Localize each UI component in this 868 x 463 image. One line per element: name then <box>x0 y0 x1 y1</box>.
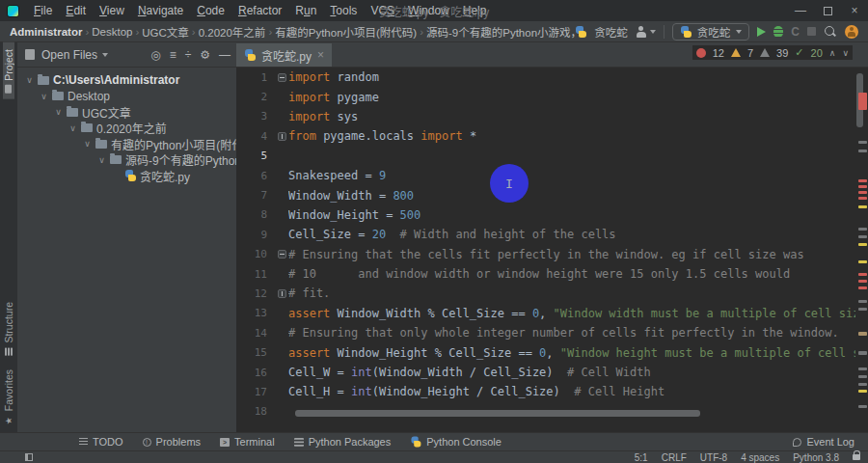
inspections-widget[interactable]: 12 7 39 ✓ 20 ∧ ∨ <box>692 45 853 60</box>
tool-window-button-favorites[interactable]: ★Favorites <box>3 363 14 432</box>
code-line[interactable]: 1import random <box>236 68 868 87</box>
stripe-mark[interactable] <box>858 197 867 200</box>
tree-row[interactable]: ∨Desktop <box>17 89 236 105</box>
stripe-mark[interactable] <box>858 191 867 194</box>
code-line[interactable]: 6Snakespeed = 9 <box>236 166 868 185</box>
breadcrumb-item[interactable]: UGC文章 <box>142 24 189 40</box>
code-line[interactable]: 12# fit. <box>236 284 868 303</box>
debug-button[interactable] <box>773 26 783 38</box>
stripe-mark[interactable] <box>858 205 867 208</box>
maximize-button[interactable] <box>814 0 841 21</box>
coverage-button[interactable]: C <box>791 26 800 38</box>
python-interpreter[interactable]: Python 3.8 <box>793 452 839 463</box>
user-switcher[interactable] <box>636 26 656 38</box>
code-line[interactable]: 14# Ensuring that only whole integer num… <box>236 323 868 342</box>
breadcrumb-file[interactable]: 贪吃蛇 <box>594 24 628 40</box>
stripe-mark[interactable] <box>858 375 867 378</box>
breadcrumb-item[interactable]: 有趣的Python小项目(附代码) <box>275 24 417 40</box>
breadcrumb-item[interactable]: Desktop <box>92 26 132 38</box>
fold-marker-icon[interactable] <box>278 73 286 82</box>
chevron-expanded-icon[interactable]: ∨ <box>83 139 92 149</box>
menu-navigate[interactable]: Navigate <box>131 0 190 21</box>
code-line[interactable]: 7Window_Width = 800 <box>236 185 868 204</box>
run-configuration-select[interactable]: 贪吃蛇 <box>672 23 750 41</box>
breadcrumb-item[interactable]: Administrator <box>10 26 82 38</box>
tool-window-button-problems[interactable]: !Problems <box>143 436 201 448</box>
event-log-button[interactable]: Event Log <box>793 436 868 448</box>
menu-tools[interactable]: Tools <box>323 0 364 21</box>
tree-row[interactable]: ∨UGC文章 <box>17 104 236 121</box>
code-line[interactable]: 13assert Window_Width % Cell_Size == 0, … <box>236 304 868 323</box>
tool-window-button-project[interactable]: Project <box>3 42 14 99</box>
code-line[interactable]: 16Cell_W = int(Window_Width / Cell_Size)… <box>236 363 868 382</box>
chevron-expanded-icon[interactable]: ∨ <box>25 75 34 85</box>
code-line[interactable]: 15assert Window_Height % Cell_Size == 0,… <box>236 342 868 362</box>
close-button[interactable]: × <box>841 0 868 21</box>
locate-file-icon[interactable]: ◎ <box>150 48 160 62</box>
code-line[interactable]: 2import pygame <box>236 87 868 106</box>
menu-run[interactable]: Run <box>288 0 323 21</box>
minimize-button[interactable]: — <box>787 0 814 21</box>
fold-marker-icon[interactable] <box>278 289 286 298</box>
chevron-expanded-icon[interactable]: ∨ <box>68 123 77 133</box>
tool-window-button-todo[interactable]: TODO <box>79 436 123 448</box>
stripe-mark[interactable] <box>858 383 867 386</box>
lock-icon[interactable] <box>853 454 860 460</box>
run-button[interactable] <box>757 27 766 37</box>
code-editor[interactable]: 1import random2import pygame3import sys4… <box>236 68 868 432</box>
tool-window-button-python-console[interactable]: Python Console <box>410 436 502 448</box>
tree-row[interactable]: ∨C:\Users\Administrator <box>17 72 236 89</box>
stripe-mark[interactable] <box>858 93 867 110</box>
tree-row[interactable]: ∨源码-9个有趣的Python小游 <box>17 152 236 169</box>
tool-window-button-python-packages[interactable]: Python Packages <box>294 436 392 448</box>
menu-file[interactable]: File <box>27 0 59 21</box>
tab-snake-file[interactable]: 贪吃蛇.py × <box>236 43 332 67</box>
collapse-all-icon[interactable]: ÷ <box>185 48 192 62</box>
chevron-expanded-icon[interactable]: ∨ <box>54 107 63 117</box>
close-tab-icon[interactable]: × <box>317 48 324 62</box>
stripe-mark[interactable] <box>858 405 867 408</box>
next-problem-icon[interactable]: ∨ <box>842 48 849 58</box>
tool-window-button-structure[interactable]: Structure <box>3 295 14 363</box>
tool-window-button-terminal[interactable]: >Terminal <box>220 436 275 448</box>
caret-position[interactable]: 5:1 <box>635 452 648 463</box>
tree-row[interactable]: ∨有趣的Python小项目(附代码) <box>17 136 236 152</box>
indent-style[interactable]: 4 spaces <box>741 452 779 463</box>
stripe-mark[interactable] <box>858 243 867 246</box>
stripe-mark[interactable] <box>858 235 867 238</box>
stripe-mark[interactable] <box>858 368 867 370</box>
line-separator[interactable]: CRLF <box>662 452 687 463</box>
expand-all-icon[interactable]: ≡ <box>170 48 176 62</box>
chevron-expanded-icon[interactable]: ∨ <box>40 92 48 101</box>
breadcrumb-item[interactable]: 0.2020年之前 <box>199 24 266 40</box>
fold-marker-icon[interactable] <box>278 132 286 141</box>
fold-marker-icon[interactable] <box>278 250 286 259</box>
prev-problem-icon[interactable]: ∧ <box>829 48 836 58</box>
stripe-mark[interactable] <box>858 273 867 276</box>
stripe-mark[interactable] <box>858 179 867 182</box>
stripe-mark[interactable] <box>858 286 867 289</box>
menu-view[interactable]: View <box>93 0 131 21</box>
code-line[interactable]: 8Window_Height = 500 <box>236 205 868 225</box>
menu-refactor[interactable]: Refactor <box>231 0 288 21</box>
stripe-mark[interactable] <box>858 141 867 144</box>
horizontal-scrollbar-thumb[interactable] <box>295 410 700 417</box>
avatar[interactable] <box>845 25 858 39</box>
settings-icon[interactable]: ⚙ <box>200 48 210 62</box>
stripe-mark[interactable] <box>858 308 867 311</box>
stop-button[interactable] <box>807 27 816 36</box>
stripe-mark[interactable] <box>858 260 867 263</box>
stripe-mark[interactable] <box>858 150 867 152</box>
code-line[interactable]: 10# Ensuring that the cells fit perfectl… <box>236 245 868 264</box>
code-line[interactable]: 17Cell_H = int(Window_Height / Cell_Size… <box>236 382 868 401</box>
file-encoding[interactable]: UTF-8 <box>700 452 727 463</box>
tool-window-toggle-icon[interactable] <box>25 453 33 461</box>
stripe-mark[interactable] <box>858 280 867 283</box>
code-line[interactable]: 5 <box>236 147 868 166</box>
code-line[interactable]: 3import sys <box>236 107 868 126</box>
project-view-selector[interactable]: Open Files <box>41 48 108 62</box>
stripe-mark[interactable] <box>858 351 867 355</box>
search-everywhere-button[interactable] <box>824 25 837 39</box>
error-stripe[interactable] <box>855 68 868 432</box>
stripe-mark[interactable] <box>858 300 867 303</box>
